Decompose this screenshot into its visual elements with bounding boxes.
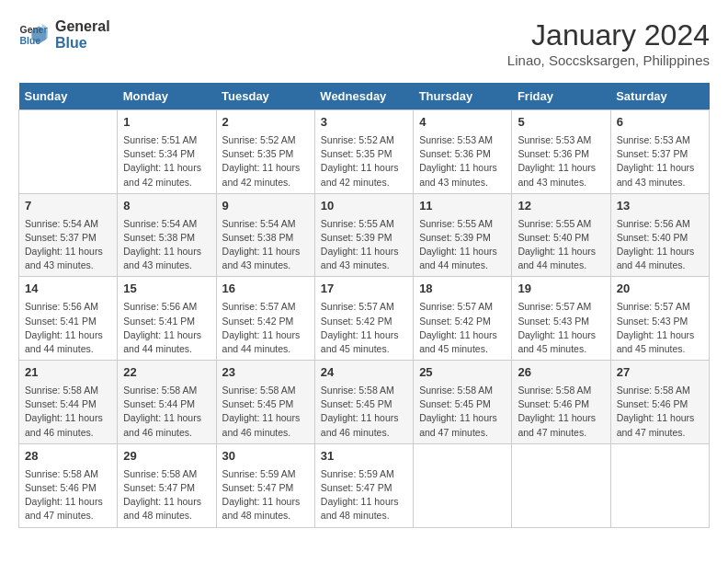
daylight-hours: Daylight: 11 hours [518, 411, 604, 425]
day-info: Sunrise: 5:58 AMSunset: 5:45 PMDaylight:… [419, 384, 506, 440]
sunset-text: Sunset: 5:42 PM [321, 315, 407, 328]
calendar-cell: 25Sunrise: 5:58 AMSunset: 5:45 PMDayligh… [414, 361, 512, 444]
day-info: Sunrise: 5:57 AMSunset: 5:43 PMDaylight:… [518, 300, 604, 356]
day-number: 19 [518, 281, 604, 298]
calendar-cell: 8Sunrise: 5:54 AMSunset: 5:38 PMDaylight… [118, 193, 216, 277]
day-number: 10 [321, 198, 407, 215]
daylight-minutes: and 47 minutes. [419, 426, 506, 440]
daylight-hours: Daylight: 11 hours [321, 495, 407, 509]
daylight-hours: Daylight: 11 hours [321, 411, 407, 425]
day-number: 31 [321, 448, 407, 465]
daylight-hours: Daylight: 11 hours [123, 245, 210, 259]
day-number: 14 [25, 281, 111, 298]
daylight-hours: Daylight: 11 hours [617, 245, 703, 259]
day-number: 28 [25, 448, 111, 465]
day-number: 3 [321, 114, 407, 132]
sunset-text: Sunset: 5:38 PM [222, 231, 309, 245]
day-number: 30 [222, 448, 309, 465]
daylight-minutes: and 43 minutes. [321, 259, 407, 272]
sunrise-text: Sunrise: 5:56 AM [123, 300, 210, 314]
day-number: 2 [222, 114, 309, 132]
day-info: Sunrise: 5:54 AMSunset: 5:37 PMDaylight:… [25, 217, 111, 273]
day-number: 29 [123, 448, 210, 465]
calendar-cell: 2Sunrise: 5:52 AMSunset: 5:35 PMDaylight… [216, 110, 314, 194]
sunset-text: Sunset: 5:36 PM [518, 147, 604, 161]
daylight-hours: Daylight: 11 hours [25, 495, 111, 509]
day-info: Sunrise: 5:55 AMSunset: 5:39 PMDaylight:… [419, 217, 506, 273]
daylight-minutes: and 43 minutes. [222, 259, 309, 272]
sunset-text: Sunset: 5:40 PM [617, 231, 703, 245]
weekday-header-tuesday: Tuesday [216, 83, 314, 110]
calendar-cell: 3Sunrise: 5:52 AMSunset: 5:35 PMDaylight… [314, 110, 413, 194]
daylight-minutes: and 45 minutes. [321, 342, 407, 356]
daylight-hours: Daylight: 11 hours [123, 411, 210, 425]
calendar-cell: 12Sunrise: 5:55 AMSunset: 5:40 PMDayligh… [512, 193, 610, 277]
calendar-cell: 21Sunrise: 5:58 AMSunset: 5:44 PMDayligh… [19, 361, 118, 444]
calendar-cell: 4Sunrise: 5:53 AMSunset: 5:36 PMDaylight… [414, 110, 512, 194]
sunrise-text: Sunrise: 5:57 AM [518, 300, 604, 314]
sunrise-text: Sunrise: 5:55 AM [419, 217, 506, 231]
sunset-text: Sunset: 5:47 PM [222, 481, 309, 495]
sunset-text: Sunset: 5:39 PM [321, 231, 407, 245]
day-info: Sunrise: 5:58 AMSunset: 5:46 PMDaylight:… [617, 384, 703, 440]
sunrise-text: Sunrise: 5:57 AM [617, 300, 703, 314]
day-info: Sunrise: 5:55 AMSunset: 5:40 PMDaylight:… [518, 217, 604, 273]
weekday-header-friday: Friday [512, 83, 610, 110]
location-subtitle: Linao, Soccsksargen, Philippines [507, 52, 710, 68]
day-info: Sunrise: 5:57 AMSunset: 5:42 PMDaylight:… [419, 300, 506, 356]
sunset-text: Sunset: 5:45 PM [321, 397, 407, 411]
day-number: 1 [123, 114, 210, 132]
daylight-minutes: and 46 minutes. [222, 426, 309, 440]
sunrise-text: Sunrise: 5:57 AM [419, 300, 506, 314]
daylight-minutes: and 42 minutes. [222, 176, 309, 190]
sunset-text: Sunset: 5:46 PM [518, 397, 604, 411]
sunrise-text: Sunrise: 5:58 AM [419, 384, 506, 397]
day-number: 17 [321, 281, 407, 298]
calendar-cell: 7Sunrise: 5:54 AMSunset: 5:37 PMDaylight… [19, 193, 118, 277]
logo-icon: General Blue [18, 20, 48, 50]
sunrise-text: Sunrise: 5:54 AM [123, 217, 210, 231]
sunset-text: Sunset: 5:47 PM [123, 481, 210, 495]
calendar-cell: 6Sunrise: 5:53 AMSunset: 5:37 PMDaylight… [610, 110, 709, 194]
calendar-cell: 24Sunrise: 5:58 AMSunset: 5:45 PMDayligh… [314, 361, 413, 444]
sunrise-text: Sunrise: 5:59 AM [321, 467, 407, 481]
daylight-hours: Daylight: 11 hours [518, 328, 604, 342]
calendar-cell: 19Sunrise: 5:57 AMSunset: 5:43 PMDayligh… [512, 277, 610, 361]
sunset-text: Sunset: 5:43 PM [617, 315, 703, 328]
daylight-minutes: and 43 minutes. [617, 176, 703, 190]
calendar-cell: 28Sunrise: 5:58 AMSunset: 5:46 PMDayligh… [19, 443, 118, 527]
daylight-hours: Daylight: 11 hours [222, 411, 309, 425]
daylight-hours: Daylight: 11 hours [222, 328, 309, 342]
calendar-cell [414, 443, 512, 527]
calendar-cell: 20Sunrise: 5:57 AMSunset: 5:43 PMDayligh… [610, 277, 709, 361]
day-info: Sunrise: 5:58 AMSunset: 5:44 PMDaylight:… [25, 384, 111, 440]
sunrise-text: Sunrise: 5:53 AM [419, 133, 506, 147]
daylight-hours: Daylight: 11 hours [419, 245, 506, 259]
daylight-minutes: and 44 minutes. [518, 259, 604, 272]
weekday-header-wednesday: Wednesday [314, 83, 413, 110]
day-info: Sunrise: 5:54 AMSunset: 5:38 PMDaylight:… [123, 217, 210, 273]
daylight-minutes: and 48 minutes. [321, 509, 407, 523]
sunrise-text: Sunrise: 5:54 AM [25, 217, 111, 231]
daylight-hours: Daylight: 11 hours [25, 245, 111, 259]
sunset-text: Sunset: 5:45 PM [222, 397, 309, 411]
sunrise-text: Sunrise: 5:53 AM [518, 133, 604, 147]
daylight-minutes: and 42 minutes. [321, 176, 407, 190]
calendar-cell: 17Sunrise: 5:57 AMSunset: 5:42 PMDayligh… [314, 277, 413, 361]
sunset-text: Sunset: 5:46 PM [617, 397, 703, 411]
day-number: 24 [321, 364, 407, 382]
day-info: Sunrise: 5:58 AMSunset: 5:46 PMDaylight:… [25, 467, 111, 523]
daylight-minutes: and 43 minutes. [518, 176, 604, 190]
sunrise-text: Sunrise: 5:58 AM [123, 384, 210, 397]
daylight-minutes: and 44 minutes. [419, 259, 506, 272]
daylight-hours: Daylight: 11 hours [25, 328, 111, 342]
sunrise-text: Sunrise: 5:59 AM [222, 467, 309, 481]
calendar-week-row: 1Sunrise: 5:51 AMSunset: 5:34 PMDaylight… [19, 110, 710, 194]
daylight-minutes: and 47 minutes. [25, 509, 111, 523]
sunrise-text: Sunrise: 5:58 AM [321, 384, 407, 397]
day-info: Sunrise: 5:59 AMSunset: 5:47 PMDaylight:… [222, 467, 309, 523]
day-info: Sunrise: 5:53 AMSunset: 5:36 PMDaylight:… [419, 133, 506, 190]
daylight-minutes: and 43 minutes. [25, 259, 111, 272]
sunrise-text: Sunrise: 5:58 AM [123, 467, 210, 481]
sunrise-text: Sunrise: 5:52 AM [222, 133, 309, 147]
